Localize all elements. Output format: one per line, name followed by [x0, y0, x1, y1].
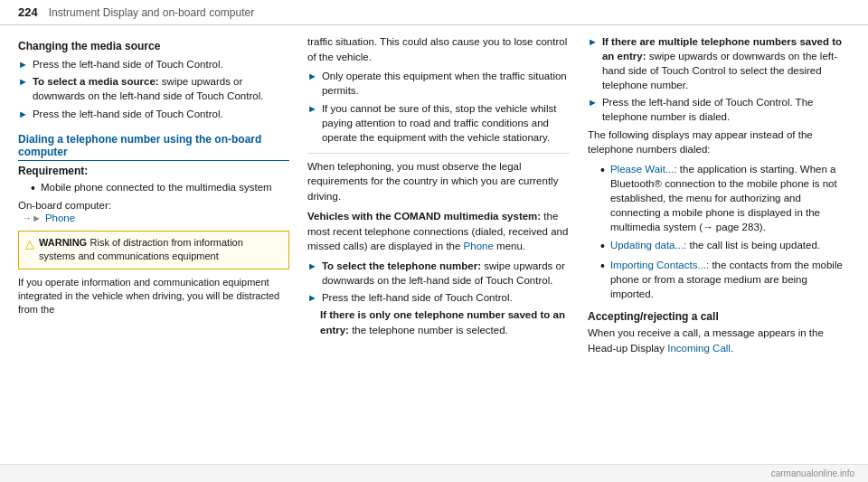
- onboard-label: On-board computer:: [18, 200, 289, 211]
- importing-text: Importing Contacts...: the contacts from…: [610, 258, 850, 301]
- para-2: Vehicles with the COMAND multimedia syst…: [307, 209, 570, 254]
- incoming-call-link: Incoming Call: [667, 343, 731, 354]
- middle-column: traffic situation. This could also cause…: [307, 34, 570, 457]
- req-bullet-text: Mobile phone connected to the multimedia…: [41, 180, 272, 194]
- req-bullet: • Mobile phone connected to the multimed…: [31, 180, 289, 196]
- updating-item: • Updating data...: the call list is bei…: [600, 238, 850, 254]
- mid-arrow-1: ►: [307, 70, 317, 83]
- condition-text: If there is only one telephone number sa…: [320, 307, 570, 336]
- divider-1: [307, 153, 570, 154]
- updating-cont: the call list is being updated.: [686, 240, 820, 250]
- left-bullet-2-label: To select a media source:: [33, 76, 159, 87]
- header-bar: 224 Instrument Display and on-board comp…: [0, 0, 868, 25]
- bullet-dot-pw: •: [600, 163, 605, 178]
- note-text: If you operate information and communica…: [18, 276, 289, 317]
- arrow-icon-2: ►: [18, 75, 28, 89]
- warning-box: △ WARNING Risk of distraction from infor…: [18, 231, 289, 269]
- accepting-heading: Accepting/rejecting a call: [588, 310, 850, 323]
- phone-menu-label: Phone: [45, 213, 75, 223]
- left-bullet-1: ► Press the left-hand side of Touch Cont…: [18, 57, 289, 71]
- mid-bullet-2-text: If you cannot be sure of this, stop the …: [322, 101, 570, 145]
- right-arrow-1: ►: [588, 35, 598, 49]
- please-wait-item: • Please Wait...: the application is sta…: [600, 162, 850, 234]
- right-bullet-2-text: Press the left-hand side of Touch Contro…: [602, 95, 850, 124]
- mid-arrow-3: ►: [307, 260, 317, 273]
- left-column: Changing the media source ► Press the le…: [18, 34, 289, 457]
- please-wait-label: Please Wait...:: [610, 164, 677, 175]
- warning-triangle-icon: △: [25, 237, 34, 250]
- content-area: Changing the media source ► Press the le…: [0, 25, 868, 464]
- phone-link-mid: Phone: [464, 241, 494, 251]
- continuation-text: traffic situation. This could also cause…: [307, 34, 570, 64]
- section1-heading: Changing the media source: [18, 40, 289, 52]
- para-2-end: menu.: [494, 241, 525, 251]
- left-bullet-1-text: Press the left-hand side of Touch Contro…: [33, 57, 223, 71]
- phone-menu-row: →► Phone: [22, 213, 289, 223]
- importing-label: Importing Contacts...:: [610, 260, 709, 270]
- mid-bullet-3: ► To select the telephone number: swipe …: [307, 259, 570, 288]
- right-bullet-1-text: If there are multiple telephone numbers …: [602, 34, 850, 92]
- updating-text: Updating data...: the call list is being…: [610, 238, 820, 252]
- page-number: 224: [18, 5, 38, 19]
- section2-heading: Dialing a telephone number using the on-…: [18, 133, 289, 161]
- header-title: Instrument Display and on-board computer: [49, 6, 254, 19]
- footer-bar: carmanualonline.info: [0, 464, 868, 482]
- left-bullet-3: ► Press the left-hand side of Touch Cont…: [18, 107, 289, 121]
- right-bullet-1: ► If there are multiple telephone number…: [588, 34, 850, 92]
- left-bullet-3-text: Press the left-hand side of Touch Contro…: [33, 107, 223, 121]
- mid-bullet-3-text: To select the telephone number: swipe up…: [322, 259, 570, 288]
- accepting-text: When you receive a call, a message appea…: [588, 326, 850, 355]
- bullet-dot-ud: •: [600, 239, 605, 254]
- left-bullet-2-text: To select a media source: swipe upwards …: [33, 74, 289, 103]
- arrow-icon-1: ►: [18, 58, 28, 71]
- updating-label: Updating data...:: [610, 240, 686, 250]
- following-text: The following displays may appear instea…: [588, 128, 850, 157]
- right-column: ► If there are multiple telephone number…: [588, 34, 850, 457]
- condition-text-val: the telephone number is selected.: [349, 325, 508, 336]
- requirement-label: Requirement:: [18, 165, 289, 177]
- mid-bullet-2: ► If you cannot be sure of this, stop th…: [307, 101, 570, 145]
- please-wait-text: Please Wait...: the application is start…: [610, 162, 850, 234]
- mid-bullet-1: ► Only operate this equipment when the t…: [307, 69, 570, 98]
- page-wrapper: 224 Instrument Display and on-board comp…: [0, 0, 868, 482]
- importing-item: • Importing Contacts...: the contacts fr…: [600, 258, 850, 301]
- mid-bullet-1-text: Only operate this equipment when the tra…: [322, 69, 570, 98]
- mid-arrow-2: ►: [307, 102, 317, 116]
- left-bullet-2: ► To select a media source: swipe upward…: [18, 74, 289, 103]
- right-arrow-2: ►: [588, 96, 598, 109]
- accepting-text-end: .: [731, 343, 733, 354]
- right-bullet-2: ► Press the left-hand side of Touch Cont…: [588, 95, 850, 124]
- footer-url: carmanualonline.info: [771, 468, 854, 478]
- mid-bullet-4-text: Press the left-hand side of Touch Contro…: [322, 290, 513, 305]
- para-1: When telephoning, you must observe the l…: [307, 159, 570, 204]
- arrow-icon-3: ►: [18, 108, 28, 121]
- mid-arrow-4: ►: [307, 291, 317, 305]
- phone-arrow-icon: →►: [22, 213, 42, 223]
- comand-bold: Vehicles with the COMAND multimedia syst…: [307, 211, 541, 222]
- bullet-dot-ic: •: [600, 259, 605, 274]
- warning-label: WARNING: [39, 237, 87, 248]
- warning-content: WARNING Risk of distraction from informa…: [39, 236, 282, 264]
- select-num-label: To select the telephone number:: [322, 260, 481, 271]
- bullet-dot-1: •: [31, 181, 35, 196]
- mid-bullet-4: ► Press the left-hand side of Touch Cont…: [307, 290, 570, 305]
